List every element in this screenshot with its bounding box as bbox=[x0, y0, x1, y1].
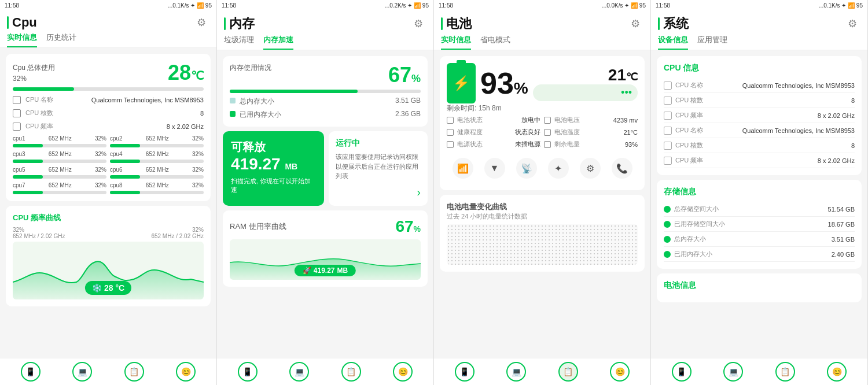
sys-tab-apps[interactable]: 应用管理 bbox=[697, 35, 727, 50]
sys-content: CPU 信息 CPU 名称 Qualcomm Technologies, Inc… bbox=[651, 50, 867, 358]
sys-status-bar: 11:58 ...0.1K/s ✦ 📶 95 bbox=[651, 0, 867, 10]
batt-nav-home[interactable]: 📱 bbox=[455, 362, 475, 382]
batt-bluetooth-icon[interactable]: ✦ bbox=[548, 158, 569, 179]
batt-func-icons-row: 📶 ▼ 📡 ✦ ⚙ 📞 bbox=[447, 153, 638, 183]
batt-network-icon[interactable]: ▼ bbox=[484, 158, 505, 179]
mem-title: 内存 bbox=[229, 15, 255, 32]
core2: cpu2 652 MHz 32% bbox=[110, 135, 204, 147]
mem-releasable-running: 可释放 419.27 MB 扫描完成, 你现在可以开始加速 运行中 该应用需要使… bbox=[223, 131, 428, 206]
sys-cpu-name1-row: CPU 名称 Qualcomm Technologies, Inc MSM895… bbox=[664, 78, 855, 93]
cpu-chart-title: CPU 频率曲线 bbox=[13, 213, 204, 223]
batt-chart-sub: 过去 24 小时的电量统计数据 bbox=[447, 212, 638, 221]
batt-bottom-nav: 📱 💻 📋 😊 bbox=[434, 358, 650, 385]
sys-title-bar bbox=[658, 17, 660, 30]
cpu-cores-grid: cpu1 652 MHz 32% cpu2 652 MHz 32% cpu3 6… bbox=[13, 135, 204, 194]
batt-tab-savepower[interactable]: 省电模式 bbox=[480, 35, 510, 50]
mem-time: 11:58 bbox=[222, 2, 236, 9]
more-button[interactable]: ••• bbox=[533, 84, 638, 101]
cpu-nav-home[interactable]: 📱 bbox=[21, 362, 41, 382]
mem-usage-card: 内存使用情况 67% 总内存大小 3.51 GB 已用内存大小 2.36 GB bbox=[223, 56, 428, 127]
mem-header: 内存 ⚙ bbox=[217, 10, 433, 32]
batt-nav-cpu[interactable]: 💻 bbox=[506, 362, 526, 382]
sys-tabs: 设备信息 应用管理 bbox=[651, 32, 867, 50]
sys-tab-device[interactable]: 设备信息 bbox=[658, 35, 688, 50]
mem-chevron-icon[interactable]: › bbox=[417, 186, 421, 198]
mem-tab-clean[interactable]: 垃圾清理 bbox=[224, 35, 254, 50]
cpu-chart-meta: 32% 652 MHz / 2.02 GHz 32% 652 MHz / 2.0… bbox=[13, 227, 204, 239]
batt-pct-block: 93% bbox=[480, 66, 528, 101]
mem-green-card: 可释放 419.27 MB 扫描完成, 你现在可以开始加速 bbox=[223, 131, 324, 206]
core5: cpu5 652 MHz 32% bbox=[13, 166, 106, 179]
cpu-nav-user[interactable]: 😊 bbox=[176, 362, 196, 382]
mem-nav-cpu[interactable]: 💻 bbox=[289, 362, 309, 382]
mem-nav-user[interactable]: 😊 bbox=[393, 362, 413, 382]
sys-cpu-name2-icon bbox=[664, 127, 672, 135]
mem-tab-boost[interactable]: 内存加速 bbox=[263, 35, 293, 50]
batt-nav-user[interactable]: 😊 bbox=[610, 362, 630, 382]
mem-gear-icon[interactable]: ⚙ bbox=[414, 17, 426, 30]
batt-remain-row: 剩余电量 93% bbox=[544, 140, 638, 149]
batt-phone-icon[interactable]: 📞 bbox=[612, 158, 632, 179]
cpu-freq-row: CPU 频率 8 x 2.02 GHz bbox=[13, 122, 204, 131]
mem-nav-list[interactable]: 📋 bbox=[341, 362, 361, 382]
battery-panel: 11:58 ...0.0K/s ✦ 📶 95 电池 ⚙ 实时信息 省电模式 ⚡ … bbox=[434, 0, 651, 385]
mem-status-icons: ...0.2K/s ✦ 📶 95 bbox=[385, 2, 429, 9]
cpu-tab-realtime[interactable]: 实时信息 bbox=[7, 32, 37, 47]
cpu-tab-history[interactable]: 历史统计 bbox=[46, 32, 76, 47]
batt-nav-list[interactable]: 📋 bbox=[558, 362, 578, 382]
sys-header: 系统 ⚙ bbox=[651, 10, 867, 32]
cpu-usage-pct: 32% bbox=[13, 75, 27, 83]
mem-nav-home[interactable]: 📱 bbox=[238, 362, 258, 382]
mem-running-title: 运行中 bbox=[336, 138, 421, 149]
mem-title-row: 内存 bbox=[224, 15, 255, 32]
sys-cpu-cores2-row: CPU 核数 8 bbox=[664, 138, 855, 153]
sys-gear-icon[interactable]: ⚙ bbox=[848, 17, 860, 30]
cpu-usage-fill bbox=[13, 87, 74, 91]
batt-chart-area bbox=[447, 224, 638, 265]
batt-signal-icon[interactable]: 📡 bbox=[516, 158, 537, 179]
mem-ram-header: RAM 使用率曲线 67% bbox=[230, 217, 421, 236]
batt-pct-val: 93% bbox=[480, 66, 528, 100]
mem-usage-row: 内存使用情况 67% bbox=[230, 63, 421, 87]
sys-cpu-freq1-row: CPU 频率 8 x 2.02 GHz bbox=[664, 108, 855, 123]
mem-content: 内存使用情况 67% 总内存大小 3.51 GB 已用内存大小 2.36 GB bbox=[217, 50, 433, 358]
batt-tab-realtime[interactable]: 实时信息 bbox=[441, 35, 471, 50]
batt-wifi-icon[interactable]: 📶 bbox=[453, 158, 473, 179]
batt-temp-block: 21℃ ••• bbox=[533, 66, 638, 101]
cpu-bottom-nav: 📱 💻 📋 😊 bbox=[0, 358, 216, 385]
mem-tabs: 垃圾清理 内存加速 bbox=[217, 32, 433, 50]
sys-batt-section-title: 电池信息 bbox=[664, 280, 855, 291]
sys-cpu-name1-icon bbox=[664, 82, 672, 90]
sys-cpu-name2-row: CPU 名称 Qualcomm Technologies, Inc MSM895… bbox=[664, 123, 855, 138]
batt-gear-icon[interactable]: ⚙ bbox=[631, 17, 643, 30]
sys-storage-card: 存储信息 总存储空间大小 51.54 GB 已用存储空间大小 18.67 GB … bbox=[657, 180, 862, 269]
cpu-status-icons: ...0.1K/s ✦ 📶 95 bbox=[168, 2, 212, 9]
cpu-gear-icon[interactable]: ⚙ bbox=[197, 16, 209, 29]
sys-mem-dot1 bbox=[664, 236, 671, 243]
batt-info-grid: 电池状态 放电中 电池电压 4239 mv 健康程度 状态良好 电池温度 21°… bbox=[447, 116, 638, 149]
batt-settings-icon[interactable]: ⚙ bbox=[580, 158, 601, 179]
sys-nav-list[interactable]: 📋 bbox=[775, 362, 795, 382]
sys-nav-home[interactable]: 📱 bbox=[672, 362, 692, 382]
sys-mem-dot2 bbox=[664, 251, 671, 258]
batt-content: ⚡ 93% 21℃ ••• 剩余时间: 15h 8m bbox=[434, 50, 650, 358]
batt-btemp-row: 电池温度 21°C bbox=[544, 128, 638, 136]
core4: cpu4 652 MHz 32% bbox=[110, 151, 204, 163]
sys-status-icons: ...0.1K/s ✦ 📶 95 bbox=[819, 2, 863, 9]
cpu-freq-icon bbox=[13, 123, 21, 131]
batt-title: 电池 bbox=[446, 15, 472, 32]
mem-usage-fill bbox=[230, 90, 358, 93]
mem-bottom-nav: 📱 💻 📋 😊 bbox=[217, 358, 433, 385]
sys-nav-cpu[interactable]: 💻 bbox=[723, 362, 743, 382]
batt-header: 电池 ⚙ bbox=[434, 10, 650, 32]
batt-temp-val: 21℃ bbox=[608, 66, 638, 84]
mem-speed-badge: 🚀 419.27 MB bbox=[295, 265, 356, 276]
sys-total-storage-row: 总存储空间大小 51.54 GB bbox=[664, 202, 855, 217]
batt-title-row: 电池 bbox=[441, 15, 472, 32]
battery-icon: ⚡ bbox=[447, 63, 476, 103]
cpu-nav-cpu[interactable]: 💻 bbox=[72, 362, 92, 382]
cpu-usage-row: Cpu 总体使用 32% 28℃ bbox=[13, 61, 204, 85]
sys-nav-user[interactable]: 😊 bbox=[827, 362, 847, 382]
batt-title-bar bbox=[441, 17, 443, 30]
cpu-nav-list[interactable]: 📋 bbox=[124, 362, 144, 382]
